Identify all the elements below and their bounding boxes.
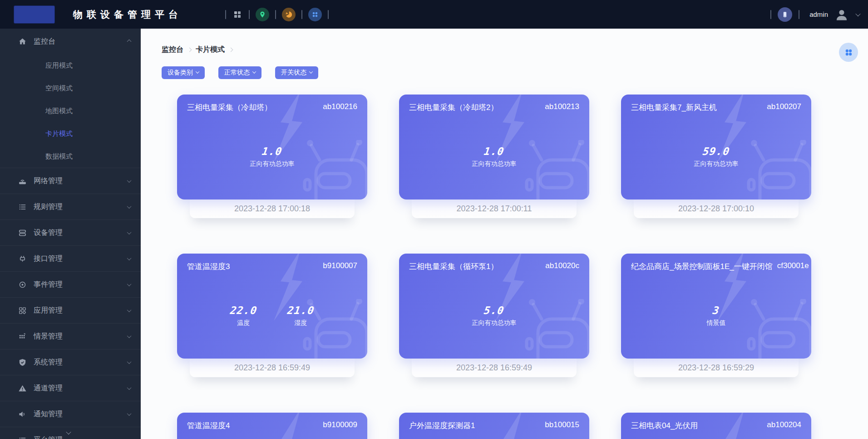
chevron-down-icon [127,256,132,260]
main-content: 监控台卡片模式 设备类别正常状态开关状态 三相电量采集（冷却塔）ab100216… [141,29,868,439]
sidebar-subitem[interactable]: 空间模式 [0,77,141,100]
user-avatar-icon[interactable] [834,7,849,22]
device-card-head: 管道温湿度3b9100007 [177,254,367,272]
sidebar-subitem-label: 卡片模式 [45,130,73,138]
device-id: ab10020c [545,261,579,270]
device-card[interactable]: 三相电量采集7_新风主机ab10020759.0正向有功总功率2023-12-2… [621,95,811,218]
stack-icon [18,229,27,237]
device-value-block: 3情景值 [698,304,735,327]
device-value: 1.0 [483,145,505,157]
device-card[interactable]: 管道温湿度3b910000722.0温度21.0湿度2023-12-28 16:… [177,254,367,377]
pie-chart-icon[interactable] [282,8,296,21]
device-card-footer: 2023-12-28 16:59:49 [412,359,577,377]
device-name: 纪念品商店_场景控制面板1E_一键开闭馆 [631,261,773,272]
sidebar-item[interactable]: 情景管理 [0,323,141,349]
chevron-down-icon [127,178,132,183]
filter-label: 设备类别 [168,69,193,77]
sidebar-subitem-label: 地图模式 [45,107,73,115]
device-values: 1.0正向有功总功率 [177,145,367,168]
map-pin-icon[interactable] [256,8,269,21]
filter-label: 正常状态 [224,69,250,77]
sidebar-item-partial[interactable]: 平台管理 [0,427,141,439]
device-card-head: 三相电量采集（冷却塔）ab100216 [177,95,367,113]
sidebar-item-label: 通知管理 [34,409,128,419]
device-card[interactable]: 管道温湿度4b9100009 [177,413,367,439]
device-value-label: 正向有功总功率 [472,319,517,327]
app-header: 物联设备管理平台 admin [0,0,868,29]
device-name: 管道温湿度4 [187,420,230,431]
sidebar-item[interactable]: 通道管理 [0,375,141,401]
device-card-body: 三相电表04_光伏用ab100204 [621,413,811,439]
device-value-block: 1.0正向有功总功率 [472,145,517,168]
filter-dropdown[interactable]: 正常状态 [218,66,261,79]
filter-dropdown[interactable]: 开关状态 [275,66,318,79]
device-card-footer: 2023-12-28 17:00:10 [634,200,799,218]
sidebar-item[interactable]: 系统管理 [0,349,141,375]
breadcrumb-item[interactable]: 卡片模式 [196,45,225,55]
chevron-down-icon[interactable] [855,11,860,16]
breadcrumb: 监控台卡片模式 [162,45,232,55]
device-card-body: 三相电量采集7_新风主机ab10020759.0正向有功总功率 [621,95,811,200]
plug-icon [18,254,27,263]
speaker-icon [18,410,27,419]
dot-grid-icon[interactable] [308,8,322,21]
device-card[interactable]: 三相电量采集（冷却塔2）ab1002131.0正向有功总功率2023-12-28… [399,95,589,218]
sidebar-item[interactable]: 接口管理 [0,245,141,271]
filter-bar: 设备类别正常状态开关状态 [162,66,318,79]
sidebar-subitem-label: 空间模式 [45,84,73,93]
device-name: 三相电量采集（冷却塔） [187,102,272,113]
sidebar-item[interactable]: 通知管理 [0,401,141,427]
device-card[interactable]: 三相电量采集（冷却塔）ab1002161.0正向有功总功率2023-12-28 … [177,95,367,218]
chevron-down-icon [127,204,132,209]
sidebar-subitem[interactable]: 应用模式 [0,54,141,77]
device-card-body: 三相电量采集（循环泵1）ab10020c5.0正向有功总功率 [399,254,589,359]
chevron-down-icon [127,282,132,286]
filter-label: 开关状态 [281,69,306,77]
apps-grid-icon[interactable] [232,9,243,20]
device-card[interactable]: 户外温湿度探测器1bb100015 [399,413,589,439]
sidebar-subitem[interactable]: 地图模式 [0,100,141,122]
device-card[interactable]: 三相电量采集（循环泵1）ab10020c5.0正向有功总功率2023-12-28… [399,254,589,377]
shield-icon [18,358,27,367]
device-value: 21.0 [286,304,315,316]
sidebar-item[interactable]: 事件管理 [0,271,141,297]
sidebar-item-label: 应用管理 [34,306,128,315]
event-icon [18,280,27,289]
chevron-down-icon [127,334,132,338]
sidebar-item[interactable]: 设备管理 [0,220,141,245]
device-card-head: 管道温湿度4b9100009 [177,413,367,431]
breadcrumb-item[interactable]: 监控台 [162,45,183,55]
device-timestamp: 2023-12-28 16:59:29 [678,363,754,373]
device-value: 3 [712,304,720,316]
device-value-block: 21.0湿度 [283,304,319,327]
device-card-body: 户外温湿度探测器1bb100015 [399,413,589,439]
mobile-phone-icon[interactable] [778,7,792,22]
sidebar-subitem[interactable]: 数据模式 [0,145,141,168]
sidebar-subitem[interactable]: 卡片模式 [0,122,141,145]
device-card[interactable]: 纪念品商店_场景控制面板1E_一键开闭馆cf30001e3情景值2023-12-… [621,254,811,377]
sidebar-subitem-label: 数据模式 [45,152,73,161]
header-separator [225,10,226,19]
chevron-down-icon [196,70,199,73]
layout-switch-button[interactable] [839,43,858,62]
sidebar-item[interactable]: 应用管理 [0,297,141,323]
sidebar-item[interactable]: 网络管理 [0,168,141,194]
sidebar-item-monitor[interactable]: 监控台 [0,29,141,54]
device-value: 1.0 [261,145,283,157]
device-value-label: 正向有功总功率 [472,160,517,168]
chevron-down-icon [127,437,132,439]
chevron-right-icon [229,48,233,52]
sidebar-item-label: 事件管理 [34,280,128,289]
device-card-body: 三相电量采集（冷却塔）ab1002161.0正向有功总功率 [177,95,367,200]
device-card[interactable]: 三相电表04_光伏用ab100204 [621,413,811,439]
device-values: 22.0温度21.0湿度 [177,304,367,327]
device-value-label: 情景值 [698,319,735,327]
username: admin [809,10,828,18]
list-icon [18,203,27,211]
device-id: b9100009 [323,420,357,429]
device-id: b9100007 [323,261,357,270]
device-id: bb100015 [545,420,579,429]
sidebar-item[interactable]: 规则管理 [0,194,141,220]
filter-dropdown[interactable]: 设备类别 [162,66,205,79]
device-card-footer: 2023-12-28 16:59:49 [190,359,355,377]
